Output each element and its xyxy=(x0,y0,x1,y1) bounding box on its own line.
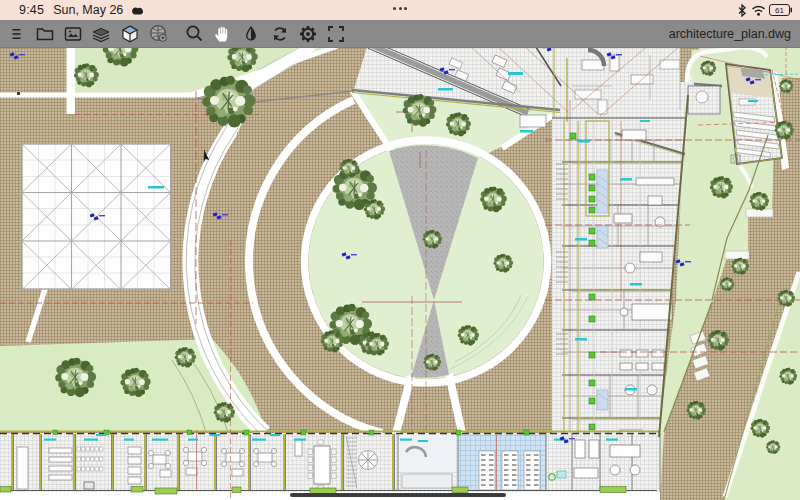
svg-text:61: 61 xyxy=(775,6,784,15)
